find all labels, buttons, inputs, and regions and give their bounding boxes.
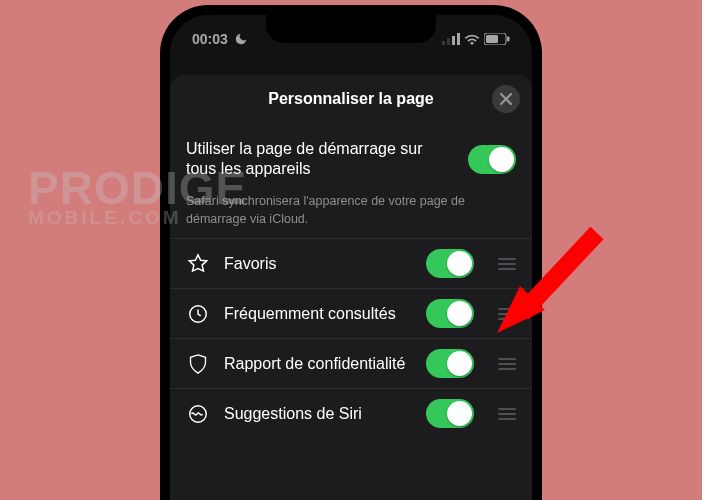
- sheet-title: Personnaliser la page: [268, 90, 433, 108]
- screen: 00:03: [170, 15, 532, 500]
- sync-label: Utiliser la page de démarrage sur tous l…: [186, 139, 456, 179]
- close-button[interactable]: [492, 85, 520, 113]
- item-label: Rapport de confidentialité: [224, 354, 412, 373]
- drag-handle-icon[interactable]: [498, 258, 516, 270]
- phone-frame: 00:03: [160, 5, 542, 500]
- item-siri[interactable]: Suggestions de Siri: [170, 388, 532, 438]
- item-toggle[interactable]: [426, 399, 474, 428]
- sync-toggle[interactable]: [468, 145, 516, 174]
- stage: PRODIGE MOBILE.COM 00:03: [0, 0, 702, 500]
- item-toggle[interactable]: [426, 299, 474, 328]
- clock-icon: [186, 303, 210, 325]
- sheet-header: Personnaliser la page: [170, 75, 532, 123]
- shield-icon: [186, 353, 210, 375]
- item-freq[interactable]: Fréquemment consultés: [170, 288, 532, 338]
- customize-sheet: Personnaliser la page Utiliser la page d…: [170, 75, 532, 500]
- item-privacy[interactable]: Rapport de confidentialité: [170, 338, 532, 388]
- item-toggle[interactable]: [426, 249, 474, 278]
- star-icon: [186, 253, 210, 275]
- item-label: Fréquemment consultés: [224, 304, 412, 323]
- drag-handle-icon[interactable]: [498, 308, 516, 320]
- drag-handle-icon[interactable]: [498, 408, 516, 420]
- options-list: Favoris Fréquemment consultés: [170, 238, 532, 438]
- notch: [266, 15, 436, 43]
- sync-caption: Safari synchronisera l'apparence de votr…: [170, 193, 532, 238]
- sync-section: Utiliser la page de démarrage sur tous l…: [170, 123, 532, 193]
- drag-handle-icon[interactable]: [498, 358, 516, 370]
- item-label: Favoris: [224, 254, 412, 273]
- item-label: Suggestions de Siri: [224, 404, 412, 423]
- siri-icon: [186, 403, 210, 425]
- item-favoris[interactable]: Favoris: [170, 238, 532, 288]
- item-toggle[interactable]: [426, 349, 474, 378]
